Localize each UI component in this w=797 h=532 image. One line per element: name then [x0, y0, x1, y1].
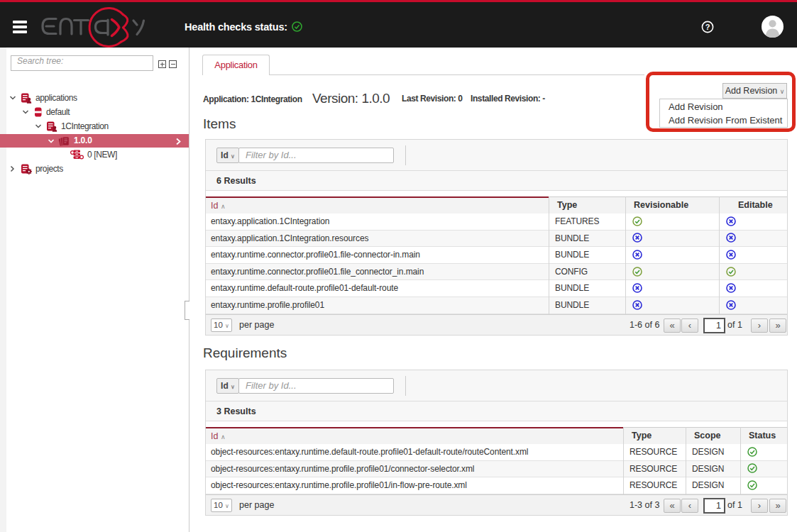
svg-text:?: ?	[705, 23, 710, 31]
